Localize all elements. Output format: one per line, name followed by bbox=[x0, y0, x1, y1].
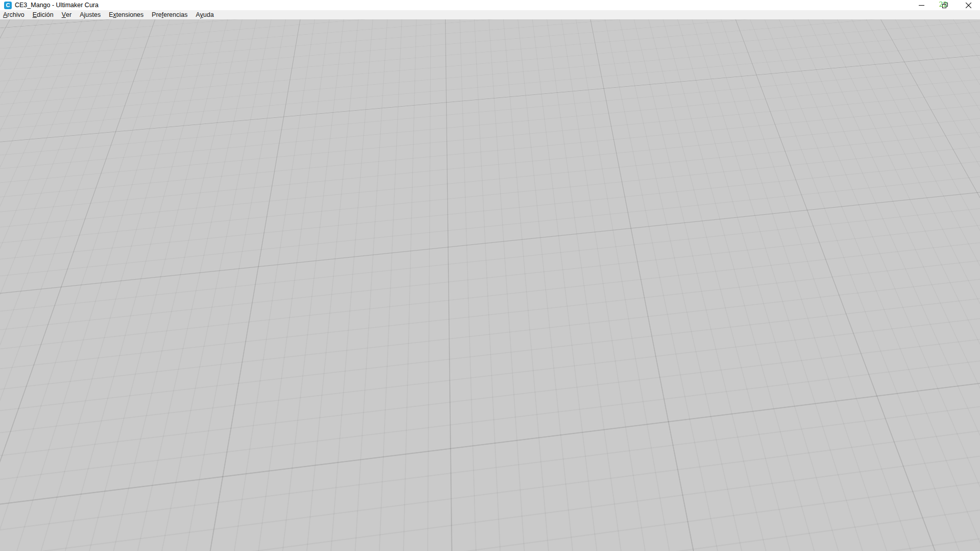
viewport-3d[interactable]: Ender bbox=[0, 19, 980, 551]
view-3d-icon[interactable] bbox=[32, 535, 43, 546]
view-top-icon[interactable] bbox=[66, 535, 78, 546]
menu-extensiones[interactable]: Extensiones bbox=[105, 10, 148, 19]
object-list-panel: Lista de objetos CE3_Mango 31.0 x 22.6 x… bbox=[24, 493, 92, 529]
view-front-icon[interactable] bbox=[49, 535, 60, 546]
mirror-tool-button[interactable] bbox=[0, 294, 20, 320]
view-left-icon[interactable] bbox=[84, 535, 95, 546]
open-folder-icon bbox=[28, 54, 41, 64]
stage-tabs: PREPARAR VISTA PREVIA SUPERVISAR bbox=[393, 19, 616, 44]
object-list-toggle[interactable]: Lista de objetos bbox=[24, 493, 92, 501]
printer-selector[interactable]: Creality Ender-3 ‹ bbox=[52, 46, 167, 72]
menu-bar: Archivo Edición Ver Ajustes Extensiones … bbox=[0, 10, 980, 19]
support-value: Apagado bbox=[853, 55, 881, 63]
view-right-icon[interactable] bbox=[101, 535, 112, 546]
chevron-up-icon bbox=[24, 495, 32, 499]
window-title: CE3_Mango - Ultimaker Cura bbox=[15, 2, 99, 9]
menu-preferencias[interactable]: Preferencias bbox=[148, 10, 191, 19]
support-blocker-tool-button[interactable] bbox=[0, 345, 20, 370]
cura-window: Ender bbox=[0, 0, 980, 551]
material-selector[interactable]: 1 Generic PLA 1.0mm Nozzle bbox=[167, 46, 249, 72]
pencil-icon[interactable] bbox=[940, 55, 948, 63]
rotate-tool-button[interactable] bbox=[0, 269, 20, 294]
bottom-edge-strip bbox=[198, 547, 980, 551]
cura-app-icon: C bbox=[4, 2, 12, 9]
marketplace-button[interactable]: Marketplace 2 bbox=[865, 25, 914, 39]
object-list-label: Lista de objetos bbox=[39, 493, 89, 501]
menu-ayuda[interactable]: Ayuda bbox=[191, 10, 217, 19]
menu-edicion[interactable]: Edición bbox=[29, 10, 58, 19]
app-header: Ultimaker Cura PREPARAR VISTA PREVIA SUP… bbox=[0, 19, 980, 44]
stage-config-bar: Creality Ender-3 ‹ 1 Generic PLA 1.0mm N… bbox=[21, 46, 957, 72]
minimize-button[interactable] bbox=[910, 0, 933, 10]
infill-icon bbox=[802, 55, 812, 64]
marketplace-badge: 2 bbox=[909, 21, 918, 30]
object-dimensions: 31.0 x 22.6 x 5.0 mm bbox=[26, 520, 92, 529]
action-panel: Segmentación bbox=[810, 510, 972, 542]
object-name: CE3_Mango bbox=[38, 507, 78, 515]
adhesion-icon bbox=[890, 55, 898, 64]
material-name: Generic PLA bbox=[196, 51, 238, 59]
divider bbox=[696, 46, 697, 72]
tab-vista-previa[interactable]: VISTA PREVIA bbox=[467, 24, 536, 39]
menu-ver[interactable]: Ver bbox=[58, 10, 76, 19]
tab-supervisar[interactable]: SUPERVISAR bbox=[550, 24, 616, 39]
menu-archivo[interactable]: Archivo bbox=[0, 10, 29, 19]
title-bar[interactable]: C CE3_Mango - Ultimaker Cura bbox=[0, 0, 980, 10]
model-canvas bbox=[0, 19, 980, 551]
chevron-left-icon: ‹ bbox=[679, 55, 687, 64]
transform-toolbar bbox=[0, 218, 20, 369]
open-file-button[interactable] bbox=[21, 46, 47, 72]
move-tool-button[interactable] bbox=[0, 218, 20, 244]
configuration-bar: Creality Ender-3 ‹ 1 Generic PLA 1.0mm N… bbox=[52, 46, 957, 72]
per-model-settings-tool-button[interactable] bbox=[0, 319, 20, 345]
sign-in-button[interactable]: Iniciar sesión bbox=[920, 25, 971, 39]
profile-label: Draft Quality - 0.32mm bbox=[722, 55, 794, 63]
close-button[interactable] bbox=[957, 0, 980, 10]
scale-tool-button[interactable] bbox=[0, 244, 20, 269]
camera-view-buttons bbox=[32, 535, 112, 546]
object-list-item[interactable]: CE3_Mango bbox=[24, 507, 92, 515]
chevron-left-icon: ‹ bbox=[152, 55, 160, 64]
extruder-icon: 1 bbox=[178, 54, 189, 65]
slice-button[interactable]: Segmentación bbox=[820, 517, 962, 535]
menu-ajustes[interactable]: Ajustes bbox=[76, 10, 105, 19]
adhesion-value: Apagado bbox=[903, 55, 932, 63]
overlay-frame-counter: 22 bbox=[939, 1, 947, 8]
print-settings-selector[interactable]: ‹ Draft Quality - 0.32mm 40% bbox=[673, 46, 957, 72]
infill-value: 40% bbox=[816, 55, 830, 63]
nozzle-size: 1.0mm Nozzle bbox=[196, 59, 238, 67]
pencil-icon bbox=[24, 508, 31, 514]
printer-name: Creality Ender-3 bbox=[62, 55, 114, 63]
ultimaker-cura-logo: Ultimaker Cura bbox=[7, 24, 97, 39]
support-icon bbox=[839, 55, 848, 64]
tab-preparar[interactable]: PREPARAR bbox=[393, 24, 452, 39]
profile-layers-icon bbox=[707, 56, 717, 63]
